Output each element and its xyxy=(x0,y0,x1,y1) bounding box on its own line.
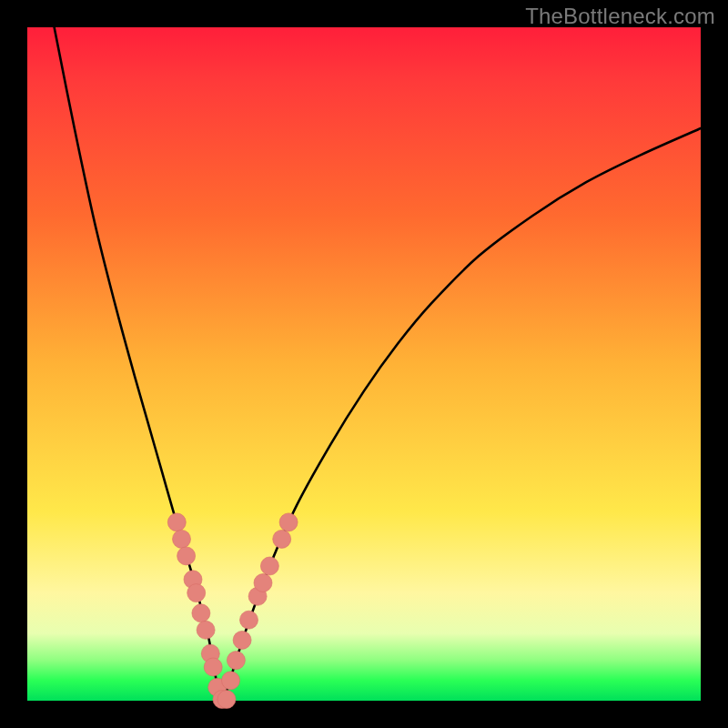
data-marker xyxy=(177,547,196,565)
data-marker xyxy=(273,530,291,548)
data-marker xyxy=(167,513,186,531)
data-marker xyxy=(227,652,245,670)
data-marker xyxy=(192,604,210,622)
chart-frame: TheBottleneck.com xyxy=(0,0,728,728)
plot-area xyxy=(27,27,701,701)
data-marker xyxy=(222,672,240,690)
data-marker xyxy=(173,530,191,548)
data-marker xyxy=(240,611,258,629)
data-markers xyxy=(167,513,298,709)
bottleneck-curve xyxy=(55,27,701,701)
watermark-label: TheBottleneck.com xyxy=(525,4,715,29)
curve-layer xyxy=(27,27,701,701)
data-marker xyxy=(217,691,236,709)
data-marker xyxy=(204,658,222,676)
data-marker xyxy=(279,513,298,531)
data-marker xyxy=(254,574,272,592)
data-marker xyxy=(197,621,215,639)
data-marker xyxy=(260,557,278,575)
data-marker xyxy=(233,631,251,649)
data-marker xyxy=(187,584,206,602)
